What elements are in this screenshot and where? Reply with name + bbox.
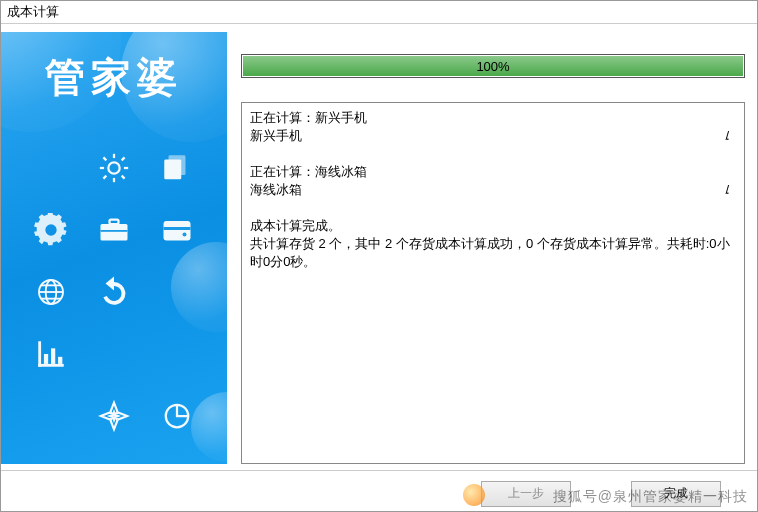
log-line: 共计算存货 2 个，其中 2 个存货成本计算成功，0 个存货成本计算异常。共耗时… xyxy=(250,235,736,271)
svg-rect-26 xyxy=(58,356,62,363)
log-text: 成本计算完成。 xyxy=(250,217,341,235)
window-title: 成本计算 xyxy=(1,1,757,23)
svg-rect-13 xyxy=(100,230,127,232)
calculation-log[interactable]: 正在计算：新兴手机新兴手机./ 正在计算：海线冰箱海线冰箱./ 成本计算完成。共… xyxy=(241,102,745,464)
sidebar-banner: 管家婆 xyxy=(1,32,227,464)
svg-rect-11 xyxy=(100,224,127,241)
content-panel: 100% 正在计算：新兴手机新兴手机./ 正在计算：海线冰箱海线冰箱./ 成本计… xyxy=(241,32,747,464)
main-area: 管家婆 xyxy=(1,24,757,470)
svg-rect-14 xyxy=(164,221,191,241)
log-text: 正在计算：海线冰箱 xyxy=(250,163,367,181)
cost-calculation-window: 成本计算 管家婆 xyxy=(0,0,758,512)
sun-icon xyxy=(97,151,131,188)
svg-line-8 xyxy=(122,157,125,160)
previous-button[interactable]: 上一步 xyxy=(481,481,571,507)
log-line: 成本计算完成。 xyxy=(250,217,736,235)
log-line xyxy=(250,199,736,217)
check-mark-icon: ./ xyxy=(726,127,736,145)
log-line: 正在计算：海线冰箱 xyxy=(250,163,736,181)
svg-rect-15 xyxy=(164,227,191,230)
pie-chart-icon xyxy=(162,401,192,434)
wallet-icon xyxy=(159,212,195,251)
star-icon xyxy=(98,400,130,435)
svg-rect-23 xyxy=(38,363,64,366)
svg-rect-12 xyxy=(109,219,118,224)
svg-rect-24 xyxy=(44,354,48,364)
svg-line-7 xyxy=(103,175,106,178)
svg-rect-10 xyxy=(165,159,182,179)
brand-logo-text: 管家婆 xyxy=(1,50,227,105)
documents-icon xyxy=(160,151,194,188)
log-text: 新兴手机 xyxy=(250,127,302,145)
progress-bar: 100% xyxy=(241,54,745,78)
svg-line-6 xyxy=(122,175,125,178)
log-text xyxy=(250,199,254,217)
log-text: 正在计算：新兴手机 xyxy=(250,109,367,127)
svg-rect-25 xyxy=(51,348,55,364)
log-text xyxy=(250,145,254,163)
log-line xyxy=(250,145,736,163)
svg-line-5 xyxy=(103,157,106,160)
log-line: 正在计算：新兴手机 xyxy=(250,109,736,127)
check-mark-icon: ./ xyxy=(726,181,736,199)
progress-text: 100% xyxy=(242,55,744,77)
svg-point-16 xyxy=(183,232,187,236)
sidebar-icon-grid xyxy=(19,140,209,446)
log-text: 共计算存货 2 个，其中 2 个存货成本计算成功，0 个存货成本计算异常。共耗时… xyxy=(250,235,736,271)
svg-rect-22 xyxy=(38,341,41,367)
log-line: 新兴手机./ xyxy=(250,127,736,145)
bar-chart-icon xyxy=(34,337,68,374)
finish-button[interactable]: 完成 xyxy=(631,481,721,507)
log-text: 海线冰箱 xyxy=(250,181,302,199)
briefcase-icon xyxy=(96,212,132,251)
log-line: 海线冰箱./ xyxy=(250,181,736,199)
window-body: 管家婆 xyxy=(1,24,757,512)
footer-bar: 上一步 完成 xyxy=(1,470,757,512)
undo-arrow-icon xyxy=(97,275,131,312)
gear-icon xyxy=(34,213,68,250)
svg-point-0 xyxy=(108,162,119,173)
globe-icon xyxy=(35,276,67,311)
